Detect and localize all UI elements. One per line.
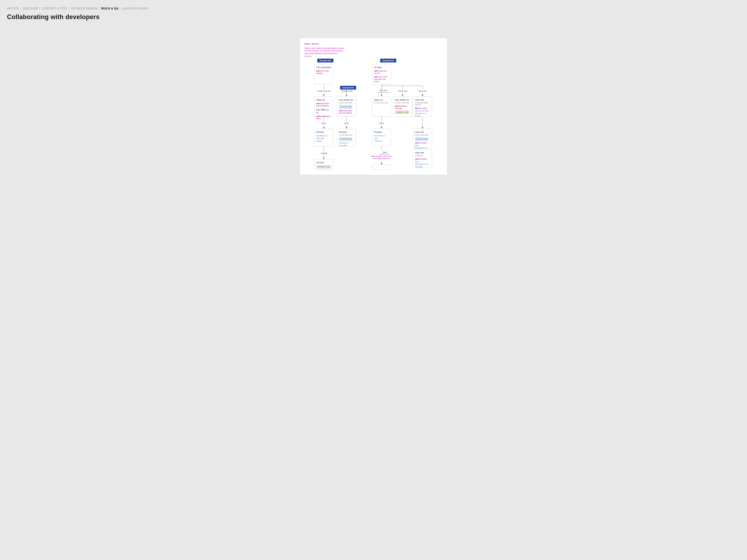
node-steps-1-edit: Steps (1) (As per create new) [372,97,391,116]
link[interactable]: Edit (back to 1.a) [415,163,430,165]
node-title: View role [415,131,430,134]
node-title: Key details (1) [395,99,410,101]
annotation: Add role status [415,142,430,144]
label-sub: (published role) [378,91,389,93]
link[interactable]: Edit (back to 1) [415,147,430,149]
annotation: Add role status [415,158,430,160]
crumb-detailed[interactable]: DETAILED DESIGN [71,7,97,10]
node-preview-edit: Preview Edit (back to 1) Save Unpublish [372,129,391,146]
link[interactable]: Edit (back 1) [339,142,354,144]
svg-marker-31 [323,158,325,159]
annotation: Add heading and status [316,115,331,120]
annotation: Add back button (top and bottom) [339,110,354,114]
node-sub: (published) [415,155,430,157]
node-title: Preview [374,131,389,134]
branch-label-view: View role [418,90,427,92]
node-all-roles: All roles Add Create new role link Add '… [372,64,391,84]
svg-marker-16 [381,95,382,97]
breadcrumb: INITIATE| DISCOVER| CONCEPT & TEST| DETA… [7,7,740,10]
node-title: View role [415,151,430,154]
link[interactable]: Publish [316,140,331,142]
node-sub: (org not approved) [415,134,430,136]
link[interactable]: Back [415,160,430,163]
sep: | [120,7,120,10]
node-key-details-clone: Key details (1) (As per create new) Add … [393,97,412,116]
node-sub: (org not approved) [339,102,354,104]
branch-label-save: Save (published role) [380,151,390,155]
node-all-roles-bottom: All roles Published.. msg [314,159,333,170]
link[interactable]: Publish [415,115,430,117]
node-view-role-unapproved: View role (org not approved) Your org.. … [413,129,432,148]
annotation: Add 'view' to the drop down role menu? [374,76,389,83]
node-title: View role [415,99,430,101]
node-title-2: Key Steps (1-5) [316,108,331,114]
crumb-concept[interactable]: CONCEPT & TEST [42,7,67,10]
label-sub: (published role) [380,154,390,155]
sep: | [69,7,69,10]
branch-label-edit: Edit role (published role) [378,89,389,93]
svg-marker-18 [402,95,403,97]
branch-label-unapproved: Unapproved [341,90,353,92]
node-preview: Preview Edit (back to 1) Save draft Publ… [314,129,333,146]
crumb-discover[interactable]: DISCOVER [23,7,38,10]
node-key-details-unapproved: Key details (1) (org not approved) Your … [337,97,356,116]
chip-msg: Published.. msg [316,165,331,168]
crumb-build-qa[interactable]: BUILD & QA [101,7,119,10]
node-title: Key details (1) [339,99,354,101]
annotation: Add back button (top and bottom) [316,102,331,107]
branch-label-next: Next [344,122,349,124]
crumb-initiate[interactable]: INITIATE [7,7,19,10]
node-find-volunteers: Find volunteers Add edit or view exisiti… [314,64,333,84]
node-title: Preview [339,131,354,134]
link[interactable]: Edit (back to 1) [415,112,430,115]
sep: | [20,7,21,10]
annotation: Add role status [415,107,430,109]
node-title: Preview [316,131,331,134]
link[interactable]: Back [415,144,430,146]
node-title: Steps (1) [316,99,331,101]
example-link-2[interactable]: Example link [380,59,396,62]
branch-label-clone: Clone role [398,90,407,92]
chip-msg: Your org.. msg [415,137,429,141]
link[interactable]: Edit (back to 1) [316,135,331,137]
notes-heading: Notes - general [305,43,442,45]
node-preview-unapproved: Preview (org not approved) Your org.. ms… [337,129,356,146]
svg-marker-4 [346,95,347,97]
node-sub: (As per create new) [395,102,410,104]
node-sub: (unpublished/draft/ expired) [415,102,430,106]
branch-label-publish: Publish [321,152,328,154]
link[interactable]: Edit (back to 1) [374,135,389,137]
link[interactable]: Save draft [316,137,331,139]
svg-marker-37 [422,127,423,129]
annotation: Add duplication message [395,105,410,110]
link[interactable]: Unpublish [415,166,430,168]
crumb-launch[interactable]: LAUNCH & LEARN [122,7,148,10]
node-sub: (org not approved) [339,134,354,136]
annotation: Add Create new role link [374,70,389,74]
node-title: Steps (1) [374,99,389,101]
svg-marker-20 [422,95,423,97]
label-text: Save [380,151,390,153]
node-view-role-published: View role (published) Add role status Ba… [413,150,432,168]
example-link-1[interactable]: Example link [317,59,333,62]
branch-label-next: Next [322,122,326,124]
node-partial [372,164,391,170]
chip-msg: Duplicate.. msg [395,110,409,114]
svg-marker-1 [323,95,325,97]
notes-body: When a user clicks on the back button, d… [305,47,345,57]
svg-marker-28 [381,127,382,129]
node-title: Find volunteers [316,66,331,69]
link[interactable]: Save [374,137,389,139]
label-text: Edit role [378,89,389,91]
link[interactable]: Unpublish [374,140,389,142]
node-sub: (As per create new) [374,102,389,104]
sep: | [39,7,40,10]
branch-label-next: Next [380,122,384,124]
svg-marker-22 [323,127,325,129]
link[interactable]: Save draft [339,144,354,146]
node-view-role: View role (unpublished/draft/ expired) A… [413,97,432,116]
example-link-3[interactable]: Example link [340,86,356,89]
diagram-canvas: Notes - general When a user clicks on th… [300,38,447,175]
link[interactable]: Back (to all roles) [415,110,430,112]
chip-msg: Your org.. msg [339,105,353,108]
